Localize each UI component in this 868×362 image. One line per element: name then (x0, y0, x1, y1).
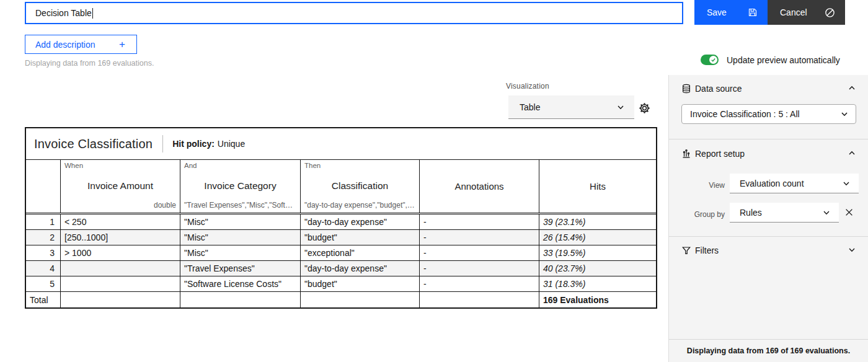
table-row[interactable]: 3 > 1000 "Misc" "exceptional" - 33 (19.5… (26, 245, 656, 261)
cell-category[interactable]: "Software License Costs" (180, 276, 301, 291)
filter-funnel-icon (681, 245, 691, 255)
cell-amount[interactable]: > 1000 (61, 245, 180, 260)
row-number: 2 (26, 230, 61, 245)
cell-annotation[interactable]: - (420, 245, 539, 260)
then-keyword: Then (304, 162, 415, 170)
visualization-label: Visualization (506, 82, 549, 90)
row-number: 4 (26, 261, 61, 276)
cell-hits: 26 (15.4%) (539, 230, 656, 245)
title-divider (162, 135, 163, 152)
cell-category[interactable]: "Misc" (180, 214, 301, 229)
hit-policy-value: Unique (218, 139, 245, 149)
sidebar-footer-note: Displaying data from 169 of 169 evaluati… (669, 339, 868, 362)
cell-annotation[interactable]: - (420, 261, 539, 276)
plus-icon: + (119, 39, 125, 50)
add-description-button[interactable]: Add description + (25, 35, 137, 54)
chevron-up-icon[interactable] (848, 149, 856, 157)
classification-title: Classification (304, 180, 415, 192)
header-classification[interactable]: Then Classification "day-to-day expense"… (301, 160, 420, 213)
cell-amount[interactable] (61, 276, 180, 291)
cell-annotation[interactable]: - (420, 214, 539, 229)
cell-amount[interactable]: < 250 (61, 214, 180, 229)
data-source-title: Data source (695, 84, 742, 94)
sidebar-divider (669, 236, 868, 237)
chevron-down-icon[interactable] (848, 246, 856, 254)
view-dropdown[interactable]: Evaluation count (730, 174, 859, 193)
update-preview-toggle[interactable] (701, 55, 719, 65)
visualization-dropdown[interactable]: Table (508, 95, 634, 119)
row-number: 3 (26, 245, 61, 260)
view-selected: Evaluation count (740, 179, 804, 188)
chevron-up-icon[interactable] (848, 84, 856, 92)
update-preview-toggle-row: Update preview automatically (701, 55, 840, 65)
report-setup-title: Report setup (695, 149, 745, 159)
filters-section-header[interactable]: Filters (669, 245, 868, 256)
cell-hits: 40 (23.7%) (539, 261, 656, 276)
cell-classification[interactable]: "day-to-day expense" (301, 261, 420, 276)
table-row[interactable]: 4 "Travel Expenses" "day-to-day expense"… (26, 261, 656, 276)
save-button[interactable]: Save (694, 0, 768, 25)
total-amount-cell (61, 292, 180, 307)
hit-policy: Hit policy:Unique (172, 139, 245, 149)
annotations-title: Annotations (423, 181, 535, 192)
invoice-category-title: Invoice Category (184, 180, 296, 192)
settings-gear-icon[interactable] (639, 102, 650, 114)
cell-annotation[interactable]: - (420, 230, 539, 245)
row-number: 1 (26, 214, 61, 229)
evaluations-note: Displaying data from 169 evaluations. (25, 59, 154, 68)
cell-classification[interactable]: "exceptional" (301, 245, 420, 260)
report-setup-section-header[interactable]: Report setup (669, 148, 868, 159)
save-button-label: Save (707, 7, 727, 17)
header-rownum (26, 160, 61, 213)
remove-group-by-close-icon[interactable] (845, 208, 853, 216)
header-invoice-category[interactable]: And Invoice Category "Travel Expenses","… (180, 160, 301, 213)
row-number: 5 (26, 276, 61, 291)
header-hits[interactable]: Hits (539, 160, 656, 213)
cell-classification[interactable]: "budget" (301, 276, 420, 291)
decision-table-title-bar: Invoice Classification Hit policy:Unique (26, 128, 656, 160)
report-chart-icon (681, 149, 691, 159)
cell-hits: 33 (19.5%) (539, 245, 656, 260)
decision-name-value: Decision Table (35, 8, 92, 18)
chevron-down-icon (823, 209, 830, 216)
decision-table-header: When Invoice Amount double And Invoice C… (26, 160, 656, 214)
chevron-down-icon (843, 180, 850, 187)
group-by-dropdown[interactable]: Rules (730, 203, 839, 223)
decision-table-title: Invoice Classification (34, 137, 153, 151)
update-preview-label: Update preview automatically (727, 55, 840, 65)
header-invoice-amount[interactable]: When Invoice Amount double (61, 160, 180, 213)
invoice-amount-title: Invoice Amount (64, 180, 176, 192)
cell-category[interactable]: "Travel Expenses" (180, 261, 301, 276)
total-hits: 169 Evaluations (539, 292, 656, 307)
cell-annotation[interactable]: - (420, 276, 539, 291)
cell-amount[interactable] (61, 261, 180, 276)
invoice-amount-type: double (64, 201, 176, 210)
view-label: View (669, 181, 725, 190)
cell-amount[interactable]: [250..1000] (61, 230, 180, 245)
group-by-selected: Rules (740, 208, 762, 218)
decision-table: Invoice Classification Hit policy:Unique… (25, 127, 657, 309)
save-icon (748, 7, 758, 17)
header-annotations[interactable]: Annotations (420, 160, 539, 213)
table-row[interactable]: 1 < 250 "Misc" "day-to-day expense" - 39… (26, 214, 656, 230)
cell-hits: 39 (23.1%) (539, 214, 656, 229)
chevron-down-icon (841, 110, 848, 118)
data-source-section-header[interactable]: Data source (669, 83, 868, 94)
cell-category[interactable]: "Misc" (180, 230, 301, 245)
cell-classification[interactable]: "day-to-day expense" (301, 214, 420, 229)
classification-domain: "day-to-day expense","budget",… (304, 201, 415, 210)
decision-name-input[interactable]: Decision Table (25, 2, 683, 24)
table-row[interactable]: 2 [250..1000] "Misc" "budget" - 26 (15.4… (26, 230, 656, 245)
total-label: Total (26, 292, 61, 307)
total-classification-cell (301, 292, 420, 307)
data-source-dropdown[interactable]: Invoice Classification : 5 : All (681, 104, 856, 124)
cancel-button[interactable]: Cancel (768, 0, 845, 25)
table-total-row: Total 169 Evaluations (26, 292, 656, 307)
cell-classification[interactable]: "budget" (301, 230, 420, 245)
hit-policy-label: Hit policy: (172, 139, 215, 149)
cell-category[interactable]: "Misc" (180, 245, 301, 260)
toggle-knob-check-icon (709, 56, 717, 64)
table-row[interactable]: 5 "Software License Costs" "budget" - 31… (26, 276, 656, 292)
and-keyword: And (184, 162, 296, 170)
invoice-category-domain: "Travel Expenses","Misc","Soft… (184, 201, 296, 210)
